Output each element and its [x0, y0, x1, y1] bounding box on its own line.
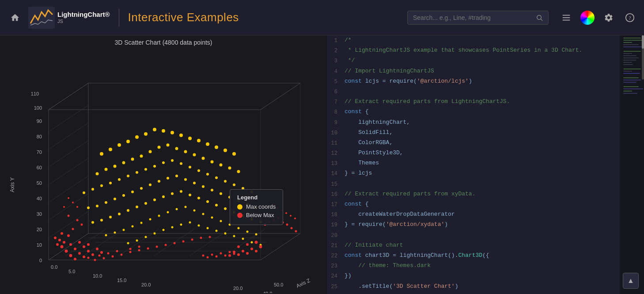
svg-point-91 — [197, 169, 200, 172]
svg-point-201 — [255, 250, 258, 252]
svg-text:90: 90 — [37, 118, 42, 124]
svg-point-219 — [220, 252, 222, 255]
svg-point-76 — [131, 158, 134, 161]
svg-rect-273 — [623, 64, 633, 65]
header-divider — [119, 9, 119, 27]
line-number: 2 — [327, 46, 345, 55]
code-line: 11 ColorRGBA, — [327, 138, 620, 148]
search-input[interactable] — [413, 14, 532, 21]
line-number: 14 — [327, 169, 345, 178]
svg-point-150 — [158, 215, 160, 217]
svg-point-78 — [122, 161, 125, 164]
code-token: // Extract required parts from Lightning… — [345, 98, 510, 105]
svg-rect-283 — [623, 93, 637, 94]
svg-point-83 — [237, 170, 240, 173]
line-number: 3 — [327, 56, 345, 65]
svg-point-94 — [127, 175, 129, 177]
svg-rect-277 — [623, 77, 639, 78]
svg-point-114 — [131, 191, 134, 193]
svg-text:40: 40 — [37, 196, 42, 201]
svg-point-211 — [87, 257, 90, 259]
line-content: lightningChart, — [345, 118, 620, 127]
search-bar[interactable] — [407, 11, 549, 25]
legend-item-below: Below Max — [237, 212, 276, 218]
legend-dot-below — [237, 213, 242, 218]
svg-point-109 — [193, 182, 196, 184]
svg-point-80 — [114, 165, 117, 168]
svg-point-259 — [290, 215, 292, 217]
chart-svg: 0 10 20 30 40 50 60 70 80 90 100 110 Axi… — [0, 48, 327, 293]
svg-point-152 — [149, 218, 152, 221]
svg-point-229 — [72, 228, 74, 230]
home-button[interactable] — [7, 10, 23, 26]
svg-point-187 — [78, 252, 81, 255]
svg-point-217 — [112, 256, 114, 258]
line-number: 12 — [327, 149, 345, 158]
svg-text:0.0: 0.0 — [51, 264, 57, 270]
svg-rect-269 — [623, 55, 636, 56]
svg-point-175 — [136, 240, 138, 242]
line-content — [345, 292, 620, 294]
search-icon[interactable] — [536, 14, 543, 22]
svg-rect-0 — [28, 7, 55, 29]
svg-point-251 — [68, 197, 69, 199]
svg-point-87 — [180, 162, 182, 165]
svg-point-249 — [200, 237, 202, 239]
svg-rect-5 — [563, 19, 570, 20]
code-token: Themes — [345, 160, 379, 166]
code-token: lcjs = require( — [365, 78, 417, 84]
minimap — [620, 35, 644, 294]
code-line: 6 — [327, 87, 620, 97]
svg-point-177 — [127, 242, 129, 244]
code-token: }) — [345, 272, 352, 279]
svg-point-146 — [176, 208, 178, 210]
svg-point-120 — [105, 201, 107, 204]
svg-point-243 — [147, 248, 149, 250]
svg-point-230 — [68, 215, 70, 217]
svg-point-241 — [129, 251, 132, 253]
header-icons: ? — [559, 11, 637, 25]
code-line: 7// Extract required parts from Lightnin… — [327, 97, 620, 107]
svg-point-133 — [215, 204, 218, 206]
line-content: const lcjs = require('@arction/lcjs') — [345, 77, 620, 86]
svg-point-116 — [122, 194, 125, 197]
svg-point-66 — [232, 152, 236, 156]
svg-point-71 — [184, 150, 187, 153]
settings-icon[interactable] — [602, 11, 616, 25]
code-token: '@arction/lcjs' — [417, 78, 469, 84]
svg-point-174 — [242, 238, 244, 240]
list-icon[interactable] — [559, 11, 573, 25]
code-line: 3 */ — [327, 56, 620, 66]
svg-point-189 — [96, 248, 98, 250]
line-content: */ — [345, 56, 620, 65]
svg-point-179 — [61, 245, 64, 248]
svg-rect-274 — [623, 69, 641, 69]
code-token: createWaterDropDataGenerator — [345, 211, 455, 218]
help-icon[interactable]: ? — [623, 11, 637, 25]
svg-rect-276 — [623, 73, 640, 74]
code-token: ColorRGBA, — [345, 139, 393, 146]
code-line: 12 PointStyle3D, — [327, 148, 620, 158]
theme-color-wheel[interactable] — [580, 11, 595, 25]
line-content: * LightningChartJS example that showcase… — [345, 46, 620, 55]
svg-point-115 — [220, 192, 222, 195]
svg-point-58 — [188, 137, 192, 140]
line-number: 20 — [327, 231, 345, 240]
svg-point-173 — [145, 236, 147, 238]
svg-point-105 — [175, 175, 178, 177]
line-number: 10 — [327, 128, 345, 137]
line-content: /* — [345, 36, 620, 45]
code-token: Chart3D — [458, 252, 482, 259]
svg-text:30: 30 — [37, 211, 42, 217]
line-number: 16 — [327, 190, 345, 199]
svg-point-203 — [237, 253, 240, 256]
line-number: 22 — [327, 251, 345, 260]
svg-rect-265 — [623, 44, 639, 45]
svg-point-98 — [109, 182, 112, 184]
svg-rect-262 — [623, 38, 641, 38]
svg-point-168 — [216, 230, 218, 232]
scroll-up-button[interactable]: ▲ — [623, 273, 639, 289]
line-content: // theme: Themes.dark — [345, 261, 620, 271]
svg-text:70: 70 — [37, 149, 42, 155]
svg-text:10.0: 10.0 — [93, 273, 102, 279]
